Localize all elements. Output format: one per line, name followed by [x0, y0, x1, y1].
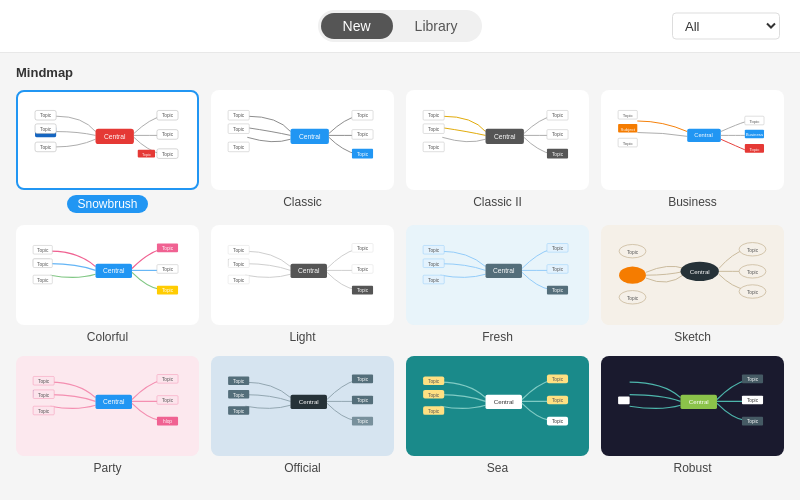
template-preview-party: Central Topic Topic Topic Topic Topic hl… — [16, 356, 199, 456]
template-preview-sea: Central Topic Topic Topic Topic Topic To… — [406, 356, 589, 456]
svg-text:Topic: Topic — [357, 398, 369, 403]
template-label-official: Official — [284, 461, 320, 475]
template-preview-official: Central Topic Topic Topic Topic Topic To… — [211, 356, 394, 456]
svg-text:Topic: Topic — [747, 377, 759, 382]
template-label-classic2: Classic II — [473, 195, 522, 209]
template-label-classic: Classic — [283, 195, 322, 209]
template-classic[interactable]: Central Topic Topic Topic Topic Topic To… — [211, 90, 394, 213]
svg-text:Topic: Topic — [552, 377, 564, 382]
template-party[interactable]: Central Topic Topic Topic Topic Topic hl… — [16, 356, 199, 475]
svg-text:Subject: Subject — [621, 126, 636, 131]
template-fresh[interactable]: Central Topic Topic Topic Topic Topic To… — [406, 225, 589, 344]
nav-tabs: New Library — [318, 10, 483, 42]
svg-text:Topic: Topic — [429, 409, 441, 414]
template-label-sea: Sea — [487, 461, 508, 475]
template-robust[interactable]: Central Topic Topic Topic Robust — [601, 356, 784, 475]
template-official[interactable]: Central Topic Topic Topic Topic Topic To… — [211, 356, 394, 475]
svg-text:Topic: Topic — [162, 246, 174, 251]
svg-text:Topic: Topic — [357, 419, 369, 424]
svg-text:Topic: Topic — [747, 290, 759, 295]
svg-text:Topic: Topic — [234, 113, 246, 118]
tab-library[interactable]: Library — [393, 13, 480, 39]
template-preview-business: Subject Central Topic Business Topic Top — [601, 90, 784, 190]
svg-text:Topic: Topic — [40, 113, 52, 118]
svg-text:Topic: Topic — [747, 248, 759, 253]
svg-text:Topic: Topic — [39, 409, 51, 414]
svg-text:Topic: Topic — [357, 288, 369, 293]
svg-text:Topic: Topic — [357, 246, 369, 251]
svg-text:Topic: Topic — [747, 270, 759, 275]
template-light[interactable]: Central Topic Topic Topic Topic Topic To… — [211, 225, 394, 344]
svg-text:Topic: Topic — [162, 288, 174, 293]
svg-text:Topic: Topic — [234, 126, 246, 131]
template-label-robust: Robust — [673, 461, 711, 475]
svg-text:Topic: Topic — [39, 379, 51, 384]
svg-text:Topic: Topic — [552, 113, 564, 118]
templates-grid: Central Topic Topic Topic Topic — [16, 90, 784, 475]
filter-select[interactable]: All Mindmap Flowchart Org Chart — [672, 13, 780, 40]
svg-text:Topic: Topic — [429, 379, 441, 384]
svg-text:Topic: Topic — [552, 267, 564, 272]
svg-text:Topic: Topic — [747, 419, 759, 424]
svg-point-104 — [620, 266, 647, 283]
svg-text:Topic: Topic — [552, 419, 564, 424]
template-snowbrush[interactable]: Central Topic Topic Topic Topic — [16, 90, 199, 213]
svg-text:Topic: Topic — [627, 296, 639, 301]
template-business[interactable]: Subject Central Topic Business Topic Top — [601, 90, 784, 213]
svg-text:Topic: Topic — [40, 145, 52, 150]
svg-text:Topic: Topic — [142, 152, 151, 156]
template-preview-light: Central Topic Topic Topic Topic Topic To… — [211, 225, 394, 325]
svg-text:Topic: Topic — [429, 126, 441, 131]
svg-text:Central: Central — [299, 398, 319, 405]
svg-text:Topic: Topic — [357, 113, 369, 118]
svg-text:Topic: Topic — [162, 398, 174, 403]
svg-text:Topic: Topic — [162, 267, 174, 272]
svg-text:Topic: Topic — [357, 151, 369, 156]
svg-text:Topic: Topic — [39, 392, 51, 397]
template-sketch[interactable]: Central Topic Topic Topic Topic Topic — [601, 225, 784, 344]
template-colorful[interactable]: Central Topic Topic Topic Topic Topic To… — [16, 225, 199, 344]
svg-text:Topic: Topic — [234, 379, 246, 384]
svg-rect-160 — [619, 396, 631, 404]
svg-text:Topic: Topic — [429, 248, 441, 253]
svg-text:Topic: Topic — [429, 278, 441, 283]
svg-text:Central: Central — [494, 398, 514, 405]
template-preview-colorful: Central Topic Topic Topic Topic Topic To… — [16, 225, 199, 325]
template-sea[interactable]: Central Topic Topic Topic Topic Topic To… — [406, 356, 589, 475]
svg-text:Topic: Topic — [38, 261, 50, 266]
svg-text:Topic: Topic — [627, 250, 639, 255]
svg-text:Business: Business — [746, 132, 763, 137]
svg-text:Topic: Topic — [234, 261, 246, 266]
svg-text:hlop: hlop — [163, 419, 172, 424]
svg-text:Topic: Topic — [234, 145, 246, 150]
svg-text:Topic: Topic — [40, 126, 52, 131]
svg-text:Topic: Topic — [357, 267, 369, 272]
template-label-sketch: Sketch — [674, 330, 711, 344]
svg-text:Topic: Topic — [552, 246, 564, 251]
svg-text:Topic: Topic — [38, 278, 50, 283]
svg-text:Topic: Topic — [162, 132, 174, 137]
svg-text:Central: Central — [493, 267, 515, 274]
template-label-party: Party — [93, 461, 121, 475]
svg-text:Topic: Topic — [623, 113, 634, 118]
svg-text:Topic: Topic — [552, 288, 564, 293]
svg-text:Central: Central — [103, 398, 125, 405]
svg-text:Topic: Topic — [747, 398, 759, 403]
template-preview-fresh: Central Topic Topic Topic Topic Topic To… — [406, 225, 589, 325]
svg-text:Topic: Topic — [429, 145, 441, 150]
section-title: Mindmap — [16, 65, 784, 80]
template-preview-classic2: Central Topic Topic Topic Topic Topic To… — [406, 90, 589, 190]
main-content: Mindmap Central — [0, 53, 800, 500]
svg-text:Topic: Topic — [552, 151, 564, 156]
svg-text:Topic: Topic — [234, 409, 246, 414]
svg-text:Topic: Topic — [357, 377, 369, 382]
template-preview-robust: Central Topic Topic Topic — [601, 356, 784, 456]
tab-new[interactable]: New — [321, 13, 393, 39]
template-classic2[interactable]: Central Topic Topic Topic Topic Topic To… — [406, 90, 589, 213]
svg-text:Central: Central — [299, 133, 321, 140]
svg-text:Central: Central — [103, 267, 125, 274]
svg-text:Topic: Topic — [750, 147, 761, 152]
svg-text:Topic: Topic — [750, 119, 761, 124]
svg-text:Topic: Topic — [552, 132, 564, 137]
svg-text:Topic: Topic — [429, 261, 441, 266]
